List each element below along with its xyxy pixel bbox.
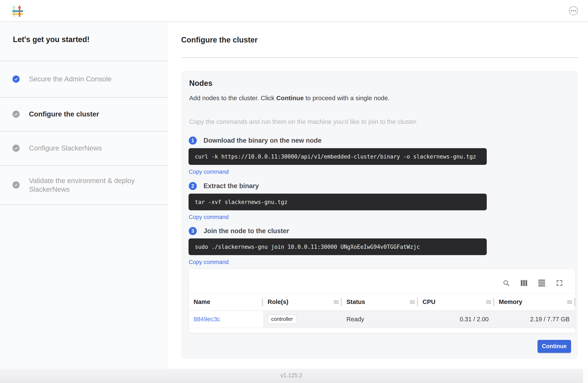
sidebar-item-label: Configure the cluster: [29, 110, 99, 118]
check-circle-icon: [12, 145, 20, 152]
node-cpu-cell: 0.31 / 2.00: [418, 311, 494, 328]
column-separator[interactable]: [574, 298, 575, 306]
step-1-number-badge: 1: [189, 137, 197, 145]
node-roles-cell: controller: [263, 311, 342, 328]
sidebar-item-secure-admin-console[interactable]: Secure the Admin Console: [0, 61, 168, 97]
column-menu-icon[interactable]: [486, 300, 491, 303]
step-3-heading: 3 Join the node to the cluster: [189, 227, 289, 235]
step-2-heading: 2 Extract the binary: [189, 182, 259, 190]
continue-button[interactable]: Continue: [538, 340, 571, 353]
node-memory-cell: 2.19 / 7.77 GB: [494, 311, 575, 328]
step-1-heading: 1 Download the binary on the new node: [189, 137, 321, 145]
column-label: Name: [194, 298, 210, 305]
node-name-cell: 8849ec3c: [189, 311, 263, 328]
nodes-intro-text: Add nodes to the cluster. Click Continue…: [189, 94, 390, 102]
sidebar-item-label: Validate the environment & deploy Slacke…: [29, 176, 156, 194]
column-label: Role(s): [268, 298, 288, 305]
grid-header-row: Name Role(s) Status: [189, 293, 575, 311]
ellipsis-dot: [571, 10, 572, 11]
check-circle-icon: [12, 181, 20, 189]
copy-commands-helper-text: Copy the commands and run them on the ma…: [189, 118, 418, 125]
column-menu-icon[interactable]: [410, 300, 415, 303]
sidebar-item-label: Secure the Admin Console: [29, 75, 112, 83]
admin-console-page: Let's get you started! Secure the Admin …: [0, 0, 588, 383]
step-1-title: Download the binary on the new node: [204, 137, 321, 144]
nodes-table-card: Name Role(s) Status: [189, 269, 575, 333]
step-3-title: Join the node to the cluster: [204, 227, 289, 235]
role-chip: controller: [268, 315, 296, 324]
sidebar-item-configure-cluster[interactable]: Configure the cluster: [0, 97, 168, 131]
column-header-status[interactable]: Status: [342, 293, 418, 311]
sidebar-title: Let's get you started!: [13, 35, 90, 44]
step-3-code-block: sudo ./slackernews-gnu join 10.0.0.11:30…: [189, 238, 487, 255]
step-3-command: sudo ./slackernews-gnu join 10.0.0.11:30…: [195, 244, 420, 250]
ellipsis-dot: [573, 10, 574, 11]
sidebar-item-label: Configure SlackerNews: [29, 144, 102, 152]
column-label: Memory: [499, 298, 522, 305]
check-circle-icon: [12, 110, 20, 118]
page-title: Configure the cluster: [181, 36, 258, 44]
column-header-roles[interactable]: Role(s): [263, 293, 342, 311]
table-toolbar: [503, 279, 563, 287]
check-circle-icon: [12, 75, 20, 83]
column-label: Status: [346, 298, 365, 305]
column-header-cpu[interactable]: CPU: [418, 293, 494, 311]
search-icon[interactable]: [503, 279, 510, 287]
footer-bar: v1.125.2: [0, 369, 583, 383]
divider: [181, 58, 579, 58]
nodes-heading: Nodes: [189, 79, 212, 88]
node-name-link[interactable]: 8849ec3c: [194, 316, 220, 323]
step-2-copy-command-link[interactable]: Copy command: [189, 214, 229, 220]
step-3-number-badge: 3: [189, 227, 197, 235]
nodes-card: Nodes Add nodes to the cluster. Click Co…: [181, 71, 578, 359]
setup-steps-sidebar: Let's get you started! Secure the Admin …: [0, 22, 168, 369]
columns-icon[interactable]: [520, 279, 528, 287]
step-2-number-badge: 2: [189, 182, 197, 190]
step-1-command: curl -k https://10.0.0.11:30000/api/v1/e…: [195, 153, 476, 160]
intro-prefix: Add nodes to the cluster. Click: [189, 94, 276, 102]
column-menu-icon[interactable]: [567, 300, 572, 303]
column-label: CPU: [422, 298, 435, 305]
fullscreen-icon[interactable]: [556, 279, 563, 287]
step-1-copy-command-link[interactable]: Copy command: [189, 169, 229, 175]
step-2-title: Extract the binary: [204, 182, 259, 190]
density-icon[interactable]: [538, 279, 546, 287]
sidebar-item-configure-slackernews[interactable]: Configure SlackerNews: [0, 131, 168, 165]
slackernews-logo-icon: [12, 5, 23, 17]
node-status-cell: Ready: [342, 311, 418, 328]
ellipsis-dot: [575, 10, 576, 11]
table-row: 8849ec3c controller Ready 0.31 / 2.00 2.…: [189, 311, 575, 328]
sidebar-item-validate-deploy[interactable]: Validate the environment & deploy Slacke…: [0, 165, 168, 205]
column-header-memory[interactable]: Memory: [494, 293, 575, 311]
top-header-bar: [0, 0, 588, 22]
step-2-command: tar -xvf slackernews-gnu.tgz: [195, 199, 287, 205]
nodes-data-grid: Name Role(s) Status: [189, 293, 575, 328]
scrollbar-track[interactable]: [583, 369, 588, 383]
divider: [0, 205, 168, 205]
step-2-code-block: tar -xvf slackernews-gnu.tgz: [189, 194, 487, 210]
intro-continue-word: Continue: [276, 94, 304, 102]
column-header-name[interactable]: Name: [189, 293, 263, 311]
main-content: Configure the cluster Nodes Add nodes to…: [168, 22, 588, 369]
step-3-copy-command-link[interactable]: Copy command: [189, 259, 229, 265]
ellipsis-menu-button[interactable]: [569, 6, 578, 15]
step-1-code-block: curl -k https://10.0.0.11:30000/api/v1/e…: [189, 148, 487, 165]
version-label: v1.125.2: [0, 372, 583, 379]
intro-suffix: to proceed with a single node.: [304, 94, 390, 102]
column-menu-icon[interactable]: [334, 300, 339, 303]
